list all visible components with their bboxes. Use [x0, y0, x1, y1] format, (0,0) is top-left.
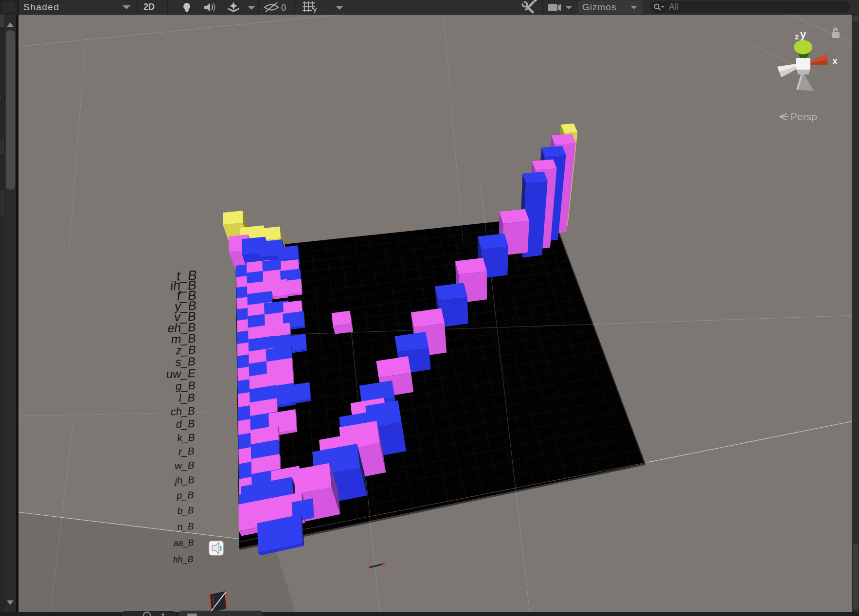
svg-text:y: y — [800, 28, 806, 40]
svg-text:l_B: l_B — [178, 391, 196, 404]
svg-text:jh_B: jh_B — [174, 474, 195, 486]
svg-text:b_B: b_B — [177, 505, 195, 516]
svg-text:g_B: g_B — [175, 379, 197, 392]
svg-text:hh_B: hh_B — [172, 554, 194, 565]
svg-text:d_B: d_B — [175, 417, 196, 430]
svg-text:aa_B: aa_B — [173, 538, 195, 548]
svg-text:k_B: k_B — [177, 432, 196, 444]
svg-text:p_B: p_B — [176, 489, 195, 501]
svg-text:Y: Y — [313, 7, 317, 14]
svg-text:0: 0 — [281, 3, 286, 13]
svg-text:r_B: r_B — [178, 445, 196, 457]
svg-text:w_B: w_B — [174, 459, 196, 471]
svg-text:x: x — [832, 55, 838, 66]
svg-text:z: z — [795, 32, 799, 41]
svg-text:n_B: n_B — [177, 521, 195, 532]
svg-text:uw_E: uw_E — [165, 366, 196, 380]
svg-text:ch_B: ch_B — [170, 405, 196, 418]
svg-text:Persp: Persp — [790, 111, 817, 122]
